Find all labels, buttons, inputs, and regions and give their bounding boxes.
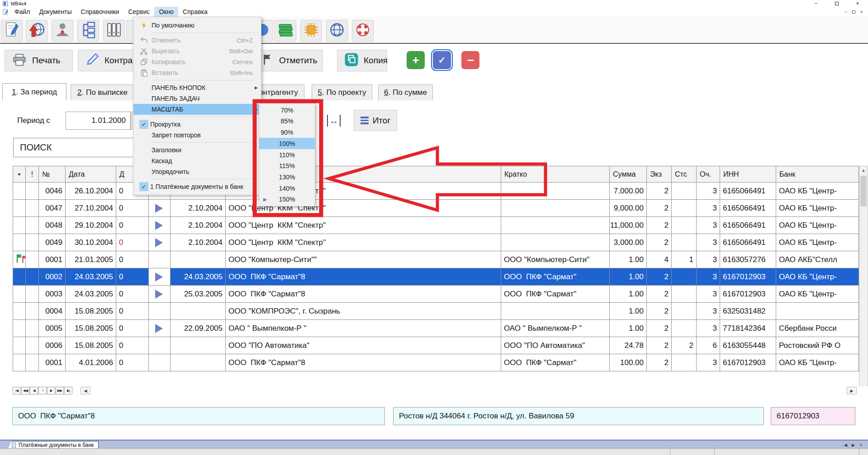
table-row[interactable]: 004930.10.200402.10.2004ООО "Центр ККМ "… bbox=[13, 234, 859, 251]
search-input[interactable]: ПОИСК bbox=[13, 138, 133, 157]
mdi-minimize-icon[interactable]: ─ bbox=[842, 8, 850, 16]
table-row[interactable]: 004829.10.200402.10.2004ООО "Центр ККМ "… bbox=[13, 217, 859, 234]
menubar-item-2[interactable]: Документы bbox=[34, 7, 76, 17]
menu-item-13[interactable]: Запрет повторов bbox=[133, 130, 261, 141]
navigator-button-4[interactable]: ? bbox=[38, 387, 47, 394]
mdi-close-icon[interactable]: × bbox=[858, 8, 865, 16]
column-header-och[interactable]: Оч. bbox=[697, 166, 720, 182]
navigator-button-7[interactable]: ▶| bbox=[64, 387, 72, 394]
column-header-inn[interactable]: ИНН bbox=[720, 166, 776, 182]
confirm-button[interactable]: ✓ bbox=[433, 51, 451, 69]
toolbar-button-org-chart-icon[interactable] bbox=[77, 20, 99, 42]
toolbar-button-person-icon[interactable] bbox=[52, 20, 73, 42]
row-marker-icon bbox=[155, 221, 163, 230]
mark-button[interactable]: Отметить bbox=[253, 50, 323, 71]
table-row[interactable]: 000224.03.2005024.03.2005ООО ПКФ "Сармат… bbox=[13, 268, 859, 286]
delete-button[interactable]: − bbox=[461, 51, 479, 69]
table-row[interactable]: 000615.08.20050ООО "ПО Автоматика"ООО "П… bbox=[13, 337, 859, 354]
toolbar-button-money-icon[interactable] bbox=[275, 20, 296, 42]
zoom-option-70%[interactable]: 70% bbox=[259, 104, 315, 116]
table-row[interactable]: 004727.10.200402.10.2004ООО "Центр ККМ "… bbox=[13, 200, 859, 217]
toolbar-button-chip-icon[interactable] bbox=[300, 20, 322, 42]
zoom-option-100%[interactable]: 100% bbox=[259, 138, 315, 149]
tab-scroll-left-icon[interactable]: ◀ bbox=[842, 441, 849, 448]
zoom-option-150%[interactable]: ▶150% bbox=[259, 194, 315, 205]
column-header-sts[interactable]: Стс bbox=[672, 166, 697, 182]
mdi-restore-icon[interactable] bbox=[850, 8, 858, 16]
column-header-sum[interactable]: Сумма bbox=[610, 166, 647, 182]
table-row[interactable]: 000121.01.20050ООО "Компьютер-Сити""ООО … bbox=[13, 251, 859, 268]
fit-width-button[interactable]: ↔ bbox=[327, 112, 341, 129]
menubar-item-3[interactable]: Справочники bbox=[76, 7, 124, 17]
menubar-item-4[interactable]: Сервис bbox=[123, 7, 154, 17]
column-header-short[interactable]: Кратко bbox=[501, 166, 610, 182]
menu-item-3[interactable]: ОтменитьCtrl+Z bbox=[133, 35, 261, 46]
menu-item-15[interactable]: Заголовки bbox=[133, 145, 261, 155]
table-row[interactable]: 00014.01.20060ООО ПКФ "Сармат"8ООО ПКФ "… bbox=[13, 354, 859, 371]
table-row[interactable]: 000324.03.2005025.03.2005ООО ПКФ "Сармат… bbox=[13, 286, 859, 303]
total-button[interactable]: Итог bbox=[354, 110, 397, 131]
menu-item-17[interactable]: Упорядочить bbox=[133, 166, 261, 177]
tab-4[interactable]: 5. По проекту bbox=[312, 84, 372, 100]
menubar-item-5[interactable]: Окно bbox=[154, 7, 178, 17]
zoom-option-90%[interactable]: 90% bbox=[259, 127, 315, 138]
menu-item-4[interactable]: ВырезатьShift+Del bbox=[133, 46, 261, 56]
column-header-date[interactable]: Дата bbox=[66, 166, 116, 182]
period-input[interactable]: 1.01.2000 bbox=[66, 112, 131, 130]
menubar-item-6[interactable]: Справка bbox=[178, 7, 212, 17]
column-header-excl[interactable]: ! bbox=[26, 166, 39, 182]
contractor-inn-field[interactable]: 6167012903 bbox=[771, 407, 855, 425]
toolbar-button-binders-icon[interactable] bbox=[103, 20, 125, 42]
bottom-tab-documents[interactable]: Платёжные документы в банк bbox=[8, 441, 99, 449]
menu-item-1[interactable]: По умолчанию bbox=[133, 20, 261, 31]
toolbar-button-globe-upload-icon[interactable] bbox=[26, 20, 47, 42]
close-button[interactable]: × bbox=[847, 0, 868, 7]
menu-item-10[interactable]: МАСШТАБ▶ bbox=[133, 104, 261, 115]
minimize-button[interactable]: ─ bbox=[806, 0, 826, 7]
navigator-button-2[interactable]: ◀◀ bbox=[21, 387, 29, 394]
tab-scroll-right-icon[interactable]: ▶ bbox=[850, 441, 857, 448]
hscroll-left-icon[interactable]: ◀ bbox=[81, 387, 90, 394]
menu-item-19[interactable]: ✓1 Платёжные документы в банк bbox=[133, 181, 261, 192]
hscroll-right-icon[interactable]: ▶ bbox=[847, 387, 857, 394]
table-row[interactable]: 000415.08.20050ООО "КОМПРОЭС", г. Сызран… bbox=[13, 303, 859, 320]
column-header-bank[interactable]: Банк bbox=[776, 166, 859, 182]
zoom-option-115%[interactable]: 115% bbox=[259, 160, 315, 172]
zoom-option-130%[interactable]: 130% bbox=[259, 172, 315, 183]
navigator-button-1[interactable]: |◀ bbox=[13, 387, 21, 394]
print-button[interactable]: Печать bbox=[5, 50, 73, 71]
column-header-dot[interactable]: • bbox=[13, 166, 26, 182]
vertical-scrollbar[interactable]: ▲ ▼ bbox=[859, 166, 868, 394]
check-icon: ✓ bbox=[139, 182, 148, 191]
toolbar-button-edit-document-icon[interactable] bbox=[1, 20, 23, 42]
menu-item-16[interactable]: Каскад bbox=[133, 155, 261, 166]
tab-1[interactable]: 1. За период bbox=[2, 83, 66, 100]
navigator-button-5[interactable]: ▶ bbox=[47, 387, 55, 394]
copy-button[interactable]: Копия bbox=[337, 50, 387, 71]
menu-item-9[interactable]: ПАНЕЛЬ ЗАДАЧ bbox=[133, 93, 261, 104]
menu-item-6[interactable]: ВставитьShift+Ins bbox=[133, 67, 261, 78]
toolbar-button-globe-icon[interactable] bbox=[326, 20, 348, 42]
contractor-address-field[interactable]: Ростов н/Д 344064 г. Ростов н/Д, ул. Вав… bbox=[393, 407, 764, 425]
column-header-ekz[interactable]: Экз bbox=[647, 166, 672, 182]
scroll-up-icon[interactable]: ▲ bbox=[859, 166, 868, 174]
tab-close-icon[interactable]: × bbox=[858, 441, 864, 448]
column-header-num[interactable]: № bbox=[39, 166, 66, 182]
menu-item-5[interactable]: КопироватьCtrl+Ins bbox=[133, 56, 261, 67]
tab-5[interactable]: 6. По сумме bbox=[378, 84, 433, 100]
zoom-option-110%[interactable]: 110% bbox=[259, 149, 315, 160]
navigator-button-6[interactable]: ▶▶ bbox=[56, 387, 64, 394]
menu-item-8[interactable]: ПАНЕЛЬ КНОПОК▶ bbox=[133, 82, 261, 93]
tab-2[interactable]: 2. По выписке bbox=[71, 84, 134, 100]
scrollbar-thumb[interactable] bbox=[860, 176, 867, 206]
menu-item-12[interactable]: ✓Прокрутка bbox=[133, 119, 261, 130]
table-row[interactable]: 000515.08.2005022.09.2005ОАО " Вымпелком… bbox=[13, 320, 859, 337]
restore-button[interactable] bbox=[826, 0, 847, 7]
zoom-option-85%[interactable]: 85% bbox=[259, 116, 315, 127]
toolbar-button-lifebuoy-icon[interactable] bbox=[352, 20, 374, 42]
zoom-option-140%[interactable]: 140% bbox=[259, 183, 315, 194]
navigator-button-3[interactable]: ◀ bbox=[30, 387, 38, 394]
add-button[interactable]: + bbox=[407, 51, 425, 69]
contractor-name-field[interactable]: ООО ПКФ "Сармат"8 bbox=[12, 407, 385, 425]
menubar-item-1[interactable]: Файл bbox=[10, 7, 34, 17]
